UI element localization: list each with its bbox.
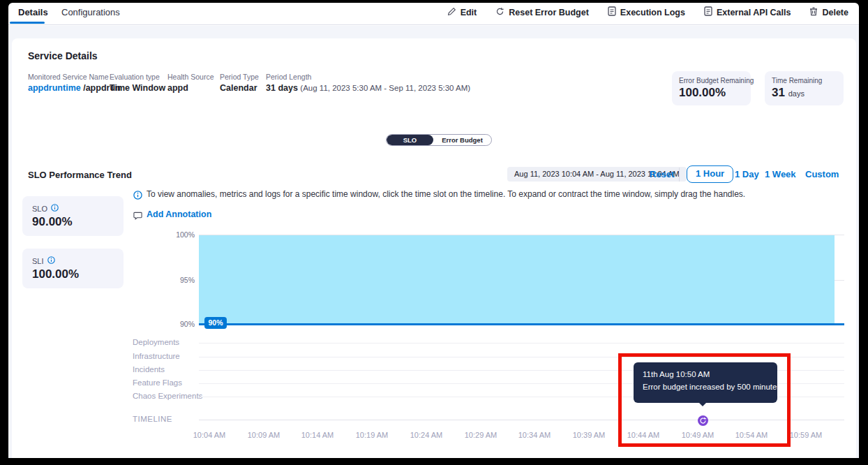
header-actions: Edit Reset Error Budget Execution Logs E… — [447, 6, 848, 18]
info-icon[interactable] — [47, 256, 55, 265]
info-icon[interactable] — [51, 204, 59, 213]
delete-button[interactable]: Delete — [809, 7, 848, 18]
info-icon — [133, 190, 142, 202]
edit-button[interactable]: Edit — [447, 7, 477, 18]
toggle-error-budget[interactable]: Error Budget — [433, 135, 491, 145]
header-divider — [8, 24, 859, 25]
y-axis-tick: 90% — [160, 320, 195, 328]
timeline-help-text: To view anomalies, metrics and logs for … — [147, 189, 745, 199]
lane-label-incidents: Incidents — [133, 365, 165, 374]
field-label: Health Source — [167, 73, 214, 81]
field-period-type: Period Type Calendar — [220, 73, 259, 93]
range-1-week-button[interactable]: 1 Week — [765, 169, 796, 179]
x-axis-tick: 10:29 AM — [456, 431, 505, 439]
field-label: Evaluation type — [110, 73, 165, 81]
sli-card: SLI 100.00% — [22, 249, 124, 288]
period-length-range: (Aug 11, 2023 5:30 AM - Sep 11, 2023 5:3… — [300, 84, 470, 92]
slo-value: 90.00% — [32, 215, 114, 229]
add-annotation-link[interactable]: Add Annotation — [147, 209, 211, 219]
field-value: appd — [167, 83, 214, 93]
reset-icon — [495, 7, 504, 18]
range-1-day-button[interactable]: 1 Day — [735, 169, 759, 179]
field-monitored-service: Monitored Service Name appdruntime /appd… — [28, 73, 121, 93]
lane-label-chaos-experiments: Chaos Experiments — [133, 392, 202, 400]
toggle-slo[interactable]: SLO — [387, 135, 433, 145]
active-tab-underline — [10, 22, 45, 24]
app-window: Details Configurations Edit Reset Error … — [0, 0, 868, 465]
highlight-annotation-box — [618, 353, 791, 447]
sli-label: SLI — [32, 257, 44, 265]
x-axis-tick: 10:14 AM — [293, 431, 342, 439]
range-custom-button[interactable]: Custom — [805, 169, 839, 179]
x-axis-tick: 10:39 AM — [564, 431, 613, 439]
stat-unit: days — [788, 89, 805, 98]
document-icon — [608, 6, 616, 18]
lane-label-infrastructure: Infrastructure — [133, 352, 180, 360]
field-health-source: Health Source appd — [167, 73, 214, 93]
trash-icon — [809, 7, 818, 18]
sli-area-series[interactable] — [199, 235, 835, 323]
field-label: Period Type — [220, 73, 259, 81]
reset-link[interactable]: Reset — [650, 169, 674, 179]
pencil-icon — [447, 7, 456, 18]
x-axis-tick: 10:34 AM — [510, 431, 559, 439]
stat-value: 100.00% — [679, 86, 744, 100]
reset-error-budget-button[interactable]: Reset Error Budget — [495, 7, 589, 18]
view-toggle: SLO Error Budget — [386, 134, 492, 146]
slo-target-badge: 90% — [204, 317, 227, 329]
sli-value: 100.00% — [32, 267, 114, 281]
tab-details[interactable]: Details — [18, 7, 48, 17]
slo-label: SLO — [32, 205, 47, 213]
stat-label: Time Remaining — [772, 77, 837, 84]
error-budget-remaining-card: Error Budget Remaining 100.00% — [672, 71, 751, 105]
monitored-service-link[interactable]: appdruntime — [28, 83, 81, 93]
trend-title: SLO Performance Trend — [28, 170, 132, 180]
slo-target-line — [199, 323, 844, 325]
delete-button-label: Delete — [822, 8, 848, 17]
service-details-title: Service Details — [28, 50, 98, 61]
time-remaining-card: Time Remaining 31 days — [765, 71, 844, 105]
stat-value: 31 — [772, 86, 785, 99]
document-icon — [704, 6, 712, 18]
y-axis-tick: 100% — [160, 230, 195, 239]
external-api-calls-button[interactable]: External API Calls — [704, 6, 791, 18]
external-api-calls-label: External API Calls — [717, 8, 791, 17]
y-axis-tick: 95% — [160, 276, 195, 284]
field-value: Time Window — [110, 83, 165, 93]
tab-configurations[interactable]: Configurations — [61, 7, 120, 17]
field-period-length: Period Length 31 days (Aug 11, 2023 5:30… — [266, 73, 470, 93]
lane-label-deployments: Deployments — [133, 338, 179, 346]
annotation-bubble-icon — [133, 210, 142, 223]
field-label: Monitored Service Name — [28, 73, 121, 81]
stat-label: Error Budget Remaining — [679, 77, 744, 84]
lane-label-feature-flags: Feature Flags — [133, 378, 182, 387]
reset-error-budget-label: Reset Error Budget — [509, 8, 589, 17]
range-divider — [679, 168, 680, 182]
slo-card: SLO 90.00% — [22, 196, 124, 236]
execution-logs-button[interactable]: Execution Logs — [608, 6, 685, 18]
execution-logs-label: Execution Logs — [620, 8, 685, 17]
x-axis-tick: 10:19 AM — [347, 431, 396, 439]
edit-button-label: Edit — [461, 8, 477, 17]
field-evaluation-type: Evaluation type Time Window — [110, 73, 165, 93]
period-length-value: 31 days — [266, 83, 298, 93]
field-value: Calendar — [220, 83, 259, 93]
lane-line — [199, 343, 844, 344]
x-axis-tick: 10:09 AM — [239, 431, 288, 439]
x-axis-tick: 10:24 AM — [402, 431, 451, 439]
field-label: Period Length — [266, 73, 470, 81]
timeline-label: TIMELINE — [133, 415, 172, 423]
range-1-hour-button[interactable]: 1 Hour — [687, 165, 733, 183]
x-axis-tick: 10:04 AM — [185, 431, 234, 439]
